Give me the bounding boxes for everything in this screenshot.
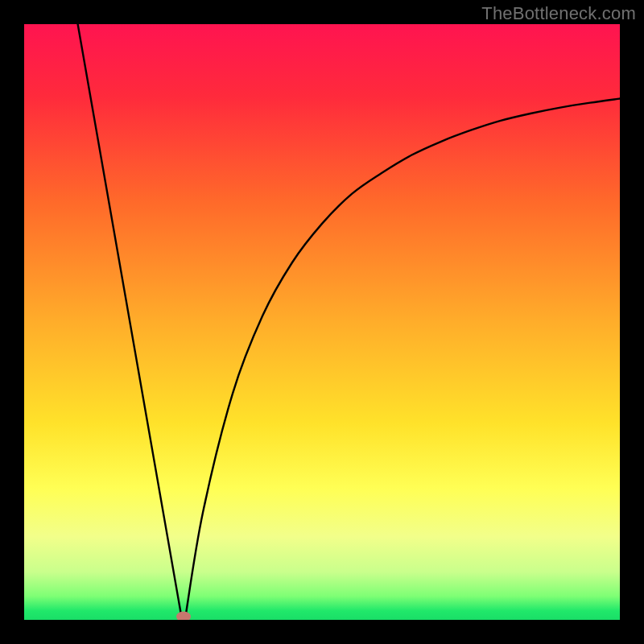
- chart-frame: TheBottleneck.com: [0, 0, 644, 644]
- bottleneck-curve: [24, 24, 620, 620]
- watermark-label: TheBottleneck.com: [481, 3, 636, 24]
- plot-area: [24, 24, 620, 620]
- minimum-marker: [176, 611, 191, 620]
